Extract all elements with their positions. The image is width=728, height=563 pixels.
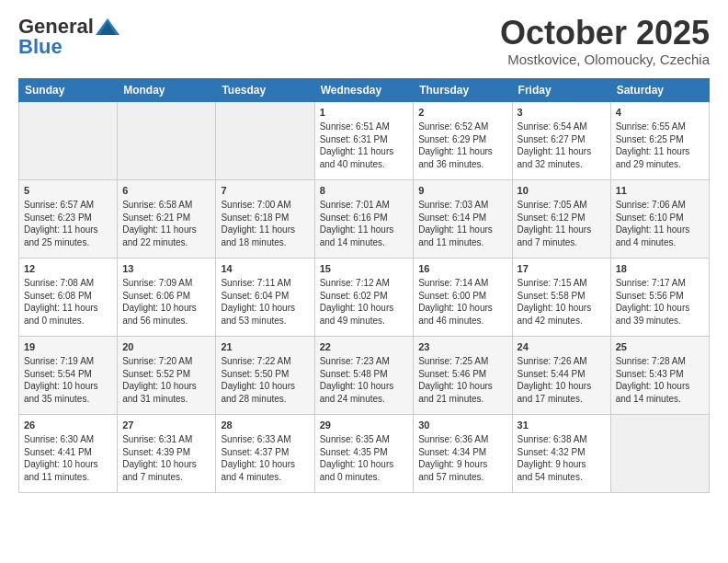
table-row: 28Sunrise: 6:33 AMSunset: 4:37 PMDayligh… xyxy=(216,414,314,492)
day-info: Daylight: 11 hours xyxy=(418,145,506,158)
day-info: Daylight: 11 hours xyxy=(122,224,210,236)
day-number: 8 xyxy=(320,184,409,198)
day-info: Sunrise: 6:35 AM xyxy=(320,433,409,446)
day-info: Sunrise: 7:22 AM xyxy=(221,355,309,368)
logo-blue-text: Blue xyxy=(18,35,63,58)
day-info: Daylight: 10 hours xyxy=(320,302,409,315)
day-info: Sunset: 6:21 PM xyxy=(122,212,210,224)
day-info: and 24 minutes. xyxy=(320,393,409,406)
day-info: Sunset: 4:35 PM xyxy=(320,446,409,459)
table-row xyxy=(19,101,118,179)
logo-icon xyxy=(96,17,119,37)
day-info: Sunrise: 7:08 AM xyxy=(24,277,112,290)
title-block: October 2025 Mostkovice, Olomoucky, Czec… xyxy=(500,15,710,67)
table-row: 21Sunrise: 7:22 AMSunset: 5:50 PMDayligh… xyxy=(216,336,314,414)
day-info: and 22 minutes. xyxy=(122,236,210,249)
day-number: 6 xyxy=(122,184,210,198)
table-row: 14Sunrise: 7:11 AMSunset: 6:04 PMDayligh… xyxy=(216,258,314,336)
day-info: Daylight: 10 hours xyxy=(122,458,210,471)
header-saturday: Saturday xyxy=(610,78,709,101)
table-row: 11Sunrise: 7:06 AMSunset: 6:10 PMDayligh… xyxy=(610,179,709,258)
day-info: Sunset: 5:50 PM xyxy=(221,368,309,381)
day-info: Sunset: 6:08 PM xyxy=(24,290,112,303)
day-info: Sunrise: 7:00 AM xyxy=(221,199,309,212)
day-info: Daylight: 11 hours xyxy=(221,224,309,236)
day-info: Sunset: 6:10 PM xyxy=(616,212,704,224)
table-row: 6Sunrise: 6:58 AMSunset: 6:21 PMDaylight… xyxy=(118,179,216,258)
day-info: Sunset: 6:00 PM xyxy=(418,290,506,303)
day-info: and 29 minutes. xyxy=(616,158,704,171)
table-row: 1Sunrise: 6:51 AMSunset: 6:31 PMDaylight… xyxy=(314,101,414,179)
day-info: Sunset: 6:04 PM xyxy=(221,290,309,303)
day-info: Daylight: 10 hours xyxy=(320,458,409,471)
day-info: and 40 minutes. xyxy=(320,158,409,171)
table-row: 25Sunrise: 7:28 AMSunset: 5:43 PMDayligh… xyxy=(610,336,709,414)
day-info: Sunrise: 7:09 AM xyxy=(122,277,210,290)
day-info: Daylight: 10 hours xyxy=(320,380,409,393)
day-info: Sunset: 6:18 PM xyxy=(221,212,309,224)
table-row: 8Sunrise: 7:01 AMSunset: 6:16 PMDaylight… xyxy=(314,179,414,258)
day-info: and 32 minutes. xyxy=(518,158,606,171)
day-info: Sunrise: 7:06 AM xyxy=(616,199,704,212)
table-row: 3Sunrise: 6:54 AMSunset: 6:27 PMDaylight… xyxy=(512,101,610,179)
day-number: 19 xyxy=(24,340,112,354)
day-number: 9 xyxy=(418,184,506,198)
day-number: 29 xyxy=(320,419,409,432)
day-info: Sunset: 6:23 PM xyxy=(24,212,112,224)
month-title: October 2025 xyxy=(500,15,710,52)
day-number: 3 xyxy=(518,106,606,120)
day-info: Sunrise: 6:55 AM xyxy=(616,121,704,133)
table-row: 10Sunrise: 7:05 AMSunset: 6:12 PMDayligh… xyxy=(512,179,610,258)
page-header: General Blue October 2025 Mostkovice, Ol… xyxy=(18,15,710,67)
day-number: 4 xyxy=(616,106,704,120)
day-info: and 31 minutes. xyxy=(122,393,210,406)
day-info: and 4 minutes. xyxy=(616,236,704,249)
day-info: and 36 minutes. xyxy=(418,158,506,171)
table-row: 26Sunrise: 6:30 AMSunset: 4:41 PMDayligh… xyxy=(19,414,118,492)
table-row: 12Sunrise: 7:08 AMSunset: 6:08 PMDayligh… xyxy=(19,258,118,336)
day-info: and 11 minutes. xyxy=(418,236,506,249)
day-info: Sunset: 6:14 PM xyxy=(418,212,506,224)
day-info: Sunset: 5:58 PM xyxy=(518,290,606,303)
day-info: Sunset: 6:06 PM xyxy=(122,290,210,303)
day-info: Sunrise: 7:03 AM xyxy=(418,199,506,212)
day-info: Sunrise: 7:19 AM xyxy=(24,355,112,368)
day-number: 11 xyxy=(616,184,704,198)
day-number: 13 xyxy=(122,262,210,276)
day-info: and 54 minutes. xyxy=(518,471,606,484)
table-row: 31Sunrise: 6:38 AMSunset: 4:32 PMDayligh… xyxy=(512,414,610,492)
day-info: and 46 minutes. xyxy=(418,315,506,327)
header-thursday: Thursday xyxy=(414,78,512,101)
day-info: Sunset: 5:56 PM xyxy=(616,290,704,303)
day-info: and 0 minutes. xyxy=(24,315,112,327)
header-monday: Monday xyxy=(118,78,216,101)
table-row: 20Sunrise: 7:20 AMSunset: 5:52 PMDayligh… xyxy=(118,336,216,414)
day-info: and 53 minutes. xyxy=(221,315,309,327)
day-number: 12 xyxy=(24,262,112,276)
day-info: Sunrise: 6:57 AM xyxy=(24,199,112,212)
day-info: and 14 minutes. xyxy=(616,393,704,406)
day-info: Daylight: 9 hours xyxy=(418,458,506,471)
day-info: Sunrise: 6:36 AM xyxy=(418,433,506,446)
day-info: Sunrise: 6:52 AM xyxy=(418,121,506,133)
day-number: 2 xyxy=(418,106,506,120)
day-info: and 4 minutes. xyxy=(221,471,309,484)
day-info: Daylight: 10 hours xyxy=(221,458,309,471)
day-number: 10 xyxy=(518,184,606,198)
table-row xyxy=(610,414,709,492)
day-info: Sunset: 4:39 PM xyxy=(122,446,210,459)
day-number: 7 xyxy=(221,184,309,198)
day-info: Sunset: 6:16 PM xyxy=(320,212,409,224)
day-info: Sunrise: 7:20 AM xyxy=(122,355,210,368)
day-info: Daylight: 10 hours xyxy=(418,380,506,393)
table-row: 17Sunrise: 7:15 AMSunset: 5:58 PMDayligh… xyxy=(512,258,610,336)
day-info: Daylight: 11 hours xyxy=(616,224,704,236)
day-info: Sunset: 6:25 PM xyxy=(616,133,704,146)
day-info: Sunset: 5:54 PM xyxy=(24,368,112,381)
day-info: Sunrise: 7:23 AM xyxy=(320,355,409,368)
day-info: Sunrise: 7:11 AM xyxy=(221,277,309,290)
day-number: 25 xyxy=(616,340,704,354)
page-container: General Blue October 2025 Mostkovice, Ol… xyxy=(0,0,728,508)
calendar-header-row: Sunday Monday Tuesday Wednesday Thursday… xyxy=(19,78,710,101)
day-info: Sunrise: 7:25 AM xyxy=(418,355,506,368)
